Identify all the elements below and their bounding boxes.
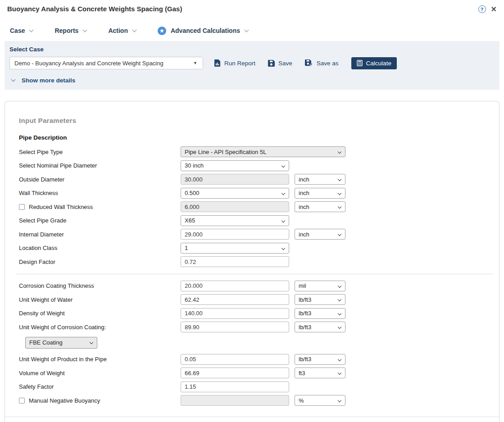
form-row-unit-weight-of-corrosion-coating: Unit Weight of Corrosion Coating:lb/ft3 (14, 320, 499, 334)
form-row-design-factor: Design Factor (14, 255, 499, 269)
chevron-down-icon (338, 232, 341, 236)
form-row-unit-weight-of-water: Unit Weight of Waterlb/ft3 (14, 293, 499, 307)
select-pipe-type-select-value: Pipe Line - API Specification 5L (185, 149, 266, 155)
save-as-icon (305, 59, 313, 67)
show-more-details-label: Show more details (22, 77, 75, 84)
fbe-coating-select-value: FBE Coating (29, 339, 63, 346)
location-class-select-value: 1 (185, 245, 188, 251)
field-label-wrap: Outside Diameter (19, 176, 181, 183)
case-select[interactable]: Demo - Buoyancy Analysis and Concrete We… (9, 57, 203, 69)
select-pipe-grade-select[interactable]: X65 (181, 215, 289, 226)
wall-thickness-select[interactable]: 0.500 (181, 188, 289, 199)
menu-reports[interactable]: Reports (54, 27, 86, 34)
volume-of-weight-unit-select[interactable]: ft3 (295, 368, 345, 378)
menu-action-label: Action (108, 27, 128, 34)
outside-diameter-unit-select[interactable]: inch (295, 174, 345, 185)
menu-advanced-calculations[interactable]: ★ Advanced Calculations (158, 27, 248, 35)
panel-title: Input Parameters (14, 117, 499, 124)
form-row-volume-of-weight: Volume of Weightft3 (14, 366, 499, 380)
field-label: Manual Negative Buoyancy (29, 397, 100, 404)
form-row-density-of-weight: Density of Weightlb/ft3 (14, 307, 499, 321)
unit-select-wrap: inch (295, 188, 345, 199)
density-of-weight-input[interactable] (181, 308, 289, 319)
close-icon[interactable]: ✕ (491, 6, 497, 13)
menubar: Case Reports Action ★ Advanced Calculati… (0, 25, 504, 36)
manual-negative-buoyancy-input[interactable] (181, 395, 289, 406)
field-label: Volume of Weight (19, 370, 65, 377)
field-label: Select Pipe Type (19, 149, 63, 155)
save-as-button[interactable]: Save as (305, 59, 339, 67)
form-row-safety-factor: Safety Factor (14, 380, 499, 394)
unit-weight-of-corrosion-coating-input[interactable] (181, 322, 289, 332)
field-label: Select Nominal Pipe Diameter (19, 162, 97, 169)
chevron-down-icon (338, 177, 341, 181)
wall-thickness-unit-select[interactable]: inch (295, 188, 345, 199)
unit-select-wrap: inch (295, 201, 345, 212)
manual-negative-buoyancy-checkbox[interactable] (19, 398, 25, 404)
window-title: Buoyancy Analysis & Concrete Weights Spa… (7, 5, 182, 13)
internal-diameter-unit-select[interactable]: inch (295, 229, 345, 240)
field-label: Corrosion Coating Thickness (19, 282, 94, 289)
unit-weight-of-water-unit-select-value: lb/ft3 (299, 296, 311, 303)
unit-weight-of-product-in-the-pipe-unit-select-value: lb/ft3 (299, 356, 311, 363)
run-report-button[interactable]: Run Report (214, 59, 255, 67)
internal-diameter-input[interactable] (181, 229, 289, 240)
menu-case-label: Case (10, 27, 25, 34)
unit-weight-of-water-unit-select[interactable]: lb/ft3 (295, 294, 345, 305)
reduced-wall-thickness-input[interactable] (181, 201, 289, 212)
unit-select-wrap: lb/ft3 (295, 354, 345, 365)
run-report-label: Run Report (224, 60, 255, 67)
save-as-label: Save as (317, 60, 339, 67)
corrosion-coating-thickness-input[interactable] (181, 281, 289, 291)
calculate-button[interactable]: Calculate (351, 57, 397, 69)
unit-weight-of-product-in-the-pipe-input[interactable] (181, 354, 289, 365)
chevron-down-icon (83, 27, 87, 32)
chevron-down-icon (282, 219, 285, 222)
chevron-down-icon (338, 191, 341, 195)
caret-down-icon: ▼ (193, 61, 197, 65)
outside-diameter-input[interactable] (181, 174, 289, 185)
reduced-wall-thickness-unit-select-value: inch (299, 204, 309, 210)
density-of-weight-unit-select[interactable]: lb/ft3 (295, 308, 345, 319)
form-row-reduced-wall-thickness: Reduced Wall Thicknessinch (14, 200, 499, 214)
field-label-wrap: Wall Thickness (19, 190, 181, 196)
field-label: Unit Weight of Product in the Pipe (19, 356, 107, 363)
reduced-wall-thickness-checkbox[interactable] (19, 204, 25, 210)
chevron-down-icon (282, 164, 285, 168)
field-label-wrap: Reduced Wall Thickness (19, 204, 181, 210)
volume-of-weight-input[interactable] (181, 368, 289, 378)
save-button[interactable]: Save (268, 60, 292, 67)
menu-action[interactable]: Action (108, 27, 136, 34)
reduced-wall-thickness-unit-select[interactable]: inch (295, 201, 345, 212)
fbe-coating-select[interactable]: FBE Coating (25, 337, 97, 349)
field-label-wrap: Design Factor (19, 259, 181, 265)
chevron-down-icon (29, 27, 34, 32)
help-icon[interactable]: ? (478, 5, 486, 13)
select-pipe-type-select[interactable]: Pipe Line - API Specification 5L (181, 146, 345, 157)
unit-select-wrap: inch (295, 174, 345, 185)
coating-type-row: FBE Coating (25, 337, 499, 349)
field-label: Reduced Wall Thickness (29, 204, 93, 210)
select-nominal-pipe-diameter-select[interactable]: 30 inch (181, 160, 289, 171)
unit-weight-of-corrosion-coating-unit-select-value: lb/ft3 (299, 324, 311, 331)
show-more-details-toggle[interactable]: Show more details (9, 77, 494, 84)
density-of-weight-unit-select-value: lb/ft3 (299, 310, 311, 317)
design-factor-input[interactable] (181, 256, 289, 267)
location-class-select[interactable]: 1 (181, 243, 289, 254)
volume-of-weight-unit-select-value: ft3 (299, 370, 305, 377)
field-label-wrap: Internal Diameter (19, 231, 181, 238)
unit-weight-of-water-input[interactable] (181, 294, 289, 305)
menu-case[interactable]: Case (10, 27, 33, 34)
field-label-wrap: Safety Factor (19, 383, 181, 390)
chevron-down-icon (11, 77, 16, 82)
chevron-down-icon (338, 150, 341, 154)
input-parameters-panel: Input Parameters Pipe Description Select… (5, 101, 499, 422)
safety-factor-input[interactable] (181, 381, 289, 392)
unit-weight-of-product-in-the-pipe-unit-select[interactable]: lb/ft3 (295, 354, 345, 365)
corrosion-coating-thickness-unit-select[interactable]: mil (295, 281, 345, 291)
unit-weight-of-corrosion-coating-unit-select[interactable]: lb/ft3 (295, 322, 345, 332)
menu-advanced-calculations-label: Advanced Calculations (171, 27, 240, 34)
field-label-wrap: Corrosion Coating Thickness (19, 282, 181, 289)
manual-negative-buoyancy-unit-select[interactable]: % (295, 395, 345, 406)
unit-select-wrap: mil (295, 281, 345, 291)
